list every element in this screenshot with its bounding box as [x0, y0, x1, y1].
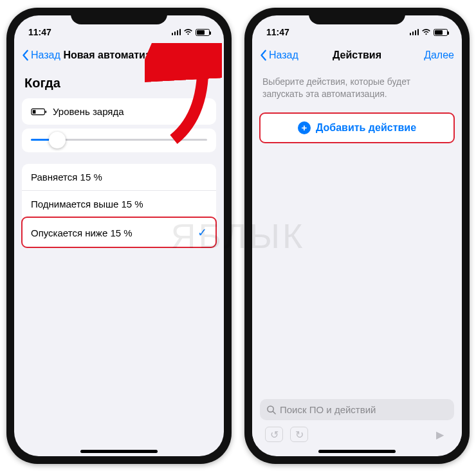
- instruction-text: Выберите действия, которые будет запуска…: [252, 69, 462, 109]
- signal-icon: [172, 29, 181, 35]
- nav-bar: Назад Новая автоматизация Далее: [14, 41, 224, 69]
- bottom-bar: Поиск ПО и действий ↺ ↻ ▶: [252, 394, 462, 446]
- search-icon: [266, 405, 276, 414]
- back-button[interactable]: Назад: [260, 49, 298, 61]
- add-action-button[interactable]: + Добавить действие: [260, 113, 454, 143]
- option-label: Опускается ниже 15 %: [31, 227, 133, 238]
- svg-line-4: [273, 411, 275, 414]
- back-label: Назад: [269, 49, 298, 61]
- wifi-icon: [421, 28, 431, 36]
- home-indicator[interactable]: [318, 450, 396, 453]
- phone-right: 11:47 Назад Действия Далее Выберите дейс…: [244, 8, 470, 464]
- chevron-left-icon: [260, 49, 268, 61]
- add-action-card: + Добавить действие: [260, 113, 454, 143]
- back-label: Назад: [31, 49, 60, 61]
- search-placeholder: Поиск ПО и действий: [280, 404, 376, 415]
- nav-title: Действия: [333, 49, 381, 61]
- trigger-row[interactable]: Уровень заряда: [22, 98, 216, 125]
- svg-rect-2: [33, 110, 36, 114]
- section-title-when: Когда: [14, 69, 224, 94]
- battery-icon: [196, 29, 210, 36]
- chevron-left-icon: [22, 49, 30, 61]
- checkmark-icon: ✓: [197, 226, 207, 240]
- nav-bar: Назад Действия Далее: [252, 41, 462, 69]
- next-button[interactable]: Далее: [186, 49, 216, 61]
- back-button[interactable]: Назад: [22, 49, 60, 61]
- slider-card: [22, 129, 216, 152]
- status-time: 11:47: [28, 27, 51, 37]
- redo-icon[interactable]: ↻: [290, 427, 308, 442]
- undo-icon[interactable]: ↺: [265, 427, 283, 442]
- play-icon[interactable]: ▶: [431, 427, 449, 442]
- option-falls-below[interactable]: Опускается ниже 15 % ✓: [22, 217, 216, 247]
- battery-slider[interactable]: [22, 129, 216, 152]
- nav-title: Новая автоматизация: [63, 49, 174, 61]
- signal-icon: [410, 29, 419, 35]
- home-indicator[interactable]: [80, 450, 158, 453]
- slider-thumb[interactable]: [49, 132, 66, 148]
- search-input[interactable]: Поиск ПО и действий: [260, 399, 454, 420]
- battery-level-icon: [31, 108, 48, 116]
- battery-icon: [434, 29, 448, 36]
- svg-rect-1: [45, 111, 46, 113]
- status-time: 11:47: [266, 27, 289, 37]
- plus-icon: +: [298, 121, 311, 134]
- options-card: Равняется 15 % Поднимается выше 15 % Опу…: [22, 164, 216, 247]
- notch: [71, 8, 167, 24]
- option-equals[interactable]: Равняется 15 %: [22, 164, 216, 190]
- option-label: Поднимается выше 15 %: [31, 199, 143, 209]
- next-button[interactable]: Далее: [424, 49, 454, 61]
- phone-left: 11:47 Назад Новая автоматизация Далее Ко…: [6, 8, 232, 464]
- option-label: Равняется 15 %: [31, 172, 102, 182]
- trigger-card: Уровень заряда: [22, 98, 216, 125]
- notch: [309, 8, 405, 24]
- option-rises-above[interactable]: Поднимается выше 15 %: [22, 190, 216, 217]
- wifi-icon: [183, 28, 193, 36]
- add-action-label: Добавить действие: [316, 122, 416, 134]
- trigger-label: Уровень заряда: [53, 106, 124, 117]
